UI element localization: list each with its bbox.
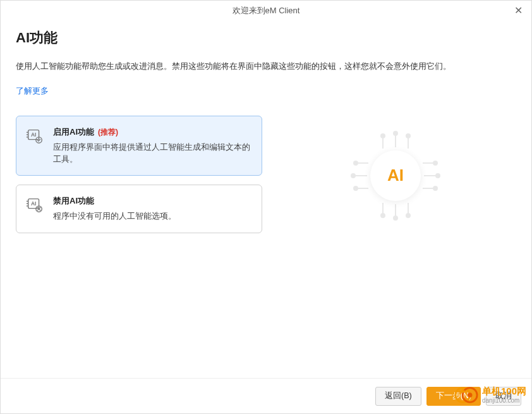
learn-more-link[interactable]: 了解更多 — [16, 85, 49, 97]
next-button[interactable]: 下一步(N) — [426, 387, 481, 406]
ai-chip-illustration: AI — [348, 128, 443, 223]
ai-disable-icon: AI — [25, 195, 44, 214]
option-enable-text: 启用AI功能 (推荐) 应用程序界面中将提供通过人工智能生成和编辑文本的工具。 — [53, 126, 253, 166]
illustration-column: AI — [275, 116, 516, 242]
back-button[interactable]: 返回(B) — [375, 387, 421, 406]
svg-point-19 — [406, 214, 410, 217]
svg-text:AI: AI — [31, 131, 36, 138]
svg-point-18 — [381, 214, 385, 217]
footer: 返回(B) 下一步(N) 取消 — [1, 378, 531, 413]
page-description: 使用人工智能功能帮助您生成或改进消息。禁用这些功能将在界面中隐藏这些功能的按钮，… — [16, 60, 516, 73]
recommended-badge: (推荐) — [98, 127, 118, 138]
cancel-button[interactable]: 取消 — [486, 387, 521, 406]
svg-point-23 — [436, 174, 440, 178]
ai-enable-icon: AI — [25, 126, 44, 145]
window-title: 欢迎来到eM Client — [233, 5, 300, 16]
svg-point-17 — [394, 216, 397, 220]
main-area: AI 启用AI功能 (推荐) 应用程序界面中将提供通过人工智能生成和编辑文本的工… — [16, 116, 516, 242]
svg-point-25 — [433, 186, 437, 190]
option-disable-ai[interactable]: AI 禁用AI功能 程序中没有可用的人工智能选项。 — [16, 185, 262, 233]
option-disable-desc: 程序中没有可用的人工智能选项。 — [53, 210, 253, 222]
content-area: AI功能 使用人工智能功能帮助您生成或改进消息。禁用这些功能将在界面中隐藏这些功… — [1, 21, 531, 242]
ai-label: AI — [370, 150, 421, 201]
svg-text:AI: AI — [31, 200, 36, 207]
titlebar: 欢迎来到eM Client ✕ — [1, 1, 531, 21]
option-disable-title: 禁用AI功能 — [53, 195, 94, 207]
svg-point-21 — [354, 161, 358, 165]
svg-point-22 — [354, 186, 358, 190]
svg-point-16 — [406, 134, 410, 138]
svg-point-24 — [433, 161, 437, 165]
option-disable-text: 禁用AI功能 程序中没有可用的人工智能选项。 — [53, 195, 253, 222]
page-title: AI功能 — [16, 28, 516, 47]
close-button[interactable]: ✕ — [511, 3, 526, 18]
svg-point-14 — [394, 131, 397, 135]
option-enable-title: 启用AI功能 — [53, 126, 94, 138]
svg-point-20 — [351, 174, 355, 178]
option-enable-ai[interactable]: AI 启用AI功能 (推荐) 应用程序界面中将提供通过人工智能生成和编辑文本的工… — [16, 116, 262, 176]
option-enable-desc: 应用程序界面中将提供通过人工智能生成和编辑文本的工具。 — [53, 142, 253, 166]
svg-point-15 — [381, 134, 385, 138]
options-column: AI 启用AI功能 (推荐) 应用程序界面中将提供通过人工智能生成和编辑文本的工… — [16, 116, 262, 242]
